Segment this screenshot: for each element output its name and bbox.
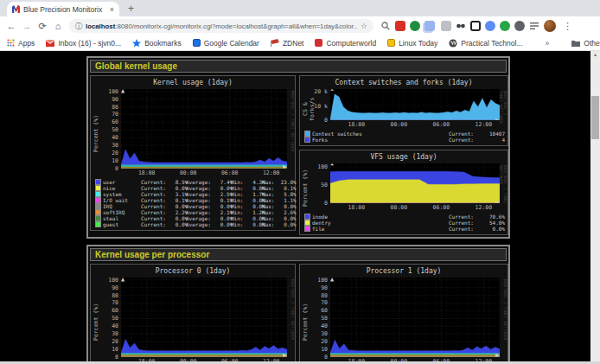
- y-axis-ticks: 100500: [310, 163, 330, 203]
- green-circle-extension-icon[interactable]: [500, 21, 510, 31]
- y-axis-arrow: [121, 89, 124, 93]
- processor-0-chart[interactable]: Percent (%)100908070605040302010018:0000…: [91, 276, 295, 364]
- bookmark-linux-today[interactable]: Linux Today: [387, 39, 437, 48]
- profile-avatar[interactable]: [544, 20, 556, 32]
- legend-swatch: [96, 222, 100, 227]
- bookmark-apps[interactable]: Apps: [7, 39, 35, 48]
- bookmark-label: Practical Technol...: [461, 39, 522, 48]
- x-tick-label: 18:00: [348, 204, 366, 211]
- reload-icon[interactable]: ⟳: [35, 21, 49, 32]
- y-axis-arrow: [330, 163, 334, 165]
- legend-value: Max: 0.1%: [262, 185, 297, 191]
- tab-close-icon[interactable]: ×: [110, 5, 114, 14]
- y-tick-label: 10: [321, 346, 328, 353]
- monitorix-favicon: [12, 5, 20, 13]
- y-axis-label: Percent (%): [302, 278, 310, 364]
- window-extension-icon[interactable]: [470, 21, 481, 31]
- rrdtool-watermark: RRDTOOL / TOBI OETIKER: [500, 163, 507, 212]
- bookmark-google-calendar[interactable]: Google Calendar: [193, 39, 259, 48]
- bookmark-star-icon[interactable]: ☆: [361, 22, 367, 30]
- legend-value: Current: 54.0%: [449, 220, 505, 226]
- legend-series-name: inode: [312, 214, 405, 220]
- glasses-extension-icon[interactable]: [456, 21, 466, 31]
- bookmark-computerworld[interactable]: Computerworld: [315, 39, 376, 48]
- apps-grid-icon: [7, 39, 15, 47]
- new-tab-button[interactable]: +: [128, 3, 134, 15]
- x-tick-label: 18:00: [348, 121, 366, 128]
- legend-value: Max: 5.8%: [262, 191, 297, 197]
- legend-value: Current: 0.0%: [141, 215, 186, 221]
- bookmark-label: Apps: [18, 39, 35, 48]
- gmail-extension-icon[interactable]: [395, 21, 405, 31]
- vfs-usage-chart[interactable]: Percent (%)10050018:0000:0006:0012:00RRD…: [300, 162, 507, 212]
- section-title: Kernel usage per processor: [90, 248, 507, 261]
- y-tick-label: 50: [112, 315, 118, 322]
- graph-title: Processor 1 (1day): [300, 265, 507, 276]
- page-scrollbar[interactable]: ▲: [590, 51, 600, 364]
- gmail-icon: [46, 40, 54, 47]
- y-tick-label: 10 k: [314, 102, 328, 109]
- search-extension-icon[interactable]: [380, 21, 391, 31]
- legend-value: Max: 1.1%: [262, 197, 297, 203]
- rrdtool-watermark: RRDTOOL / TOBI OETIKER: [500, 89, 507, 129]
- playlist-extension-icon[interactable]: [529, 21, 539, 31]
- blue-circle-extension-icon[interactable]: [485, 21, 495, 31]
- rrdtool-watermark: RRDTOOL / TOBI OETIKER: [287, 89, 295, 177]
- pin-extension-icon[interactable]: [514, 21, 525, 31]
- bookmark-bookmarks[interactable]: Bookmarks: [132, 39, 182, 48]
- legend-value: Min: 0.0%: [231, 185, 262, 191]
- y-tick-label: 40: [321, 322, 328, 329]
- legend-row: IRQCurrent: 0.0%Average: 0.0%Min: 0.0%Ma…: [96, 203, 292, 209]
- legend-value: Current: 0.0%: [141, 221, 186, 227]
- address-bar[interactable]: ⓘ localhost:8080/monitorix-cgi/monitorix…: [69, 19, 373, 33]
- url-path: :8080/monitorix-cgi/monitorix.cgi?mode=l…: [115, 22, 357, 30]
- gray-extension-icon[interactable]: [441, 21, 451, 31]
- y-tick-label: 80: [112, 291, 118, 298]
- processor-1-chart[interactable]: Percent (%)100908070605040302010018:0000…: [300, 276, 507, 364]
- bookmark-inbox[interactable]: Inbox (16) - sjvn0...: [46, 39, 121, 48]
- bookmarks-overflow-chevron[interactable]: »: [546, 39, 550, 48]
- bookmark-zdnet[interactable]: ZDNet: [271, 39, 304, 48]
- legend-series-name: I/O wait: [103, 197, 141, 203]
- forward-icon[interactable]: →: [20, 21, 34, 31]
- browser-tab[interactable]: Blue Precision Monitorix ×: [7, 2, 119, 16]
- graph-panel-processor-0: Processor 0 (1day) Percent (%)1009080706…: [90, 264, 296, 364]
- page-info-icon[interactable]: ⓘ: [75, 22, 82, 31]
- plot-area: [330, 278, 500, 357]
- bookmark-practical-technology[interactable]: Practical Technol...: [449, 39, 522, 48]
- green-extension-icon[interactable]: [410, 21, 420, 31]
- context-switches-legend: Context switchesCurrent: 10407ForksCurre…: [300, 129, 507, 145]
- y-tick-label: 90: [112, 284, 118, 291]
- legend-value: Average: 0.0%: [186, 185, 231, 191]
- context-switches-chart[interactable]: CS & forks/s20 k10 k018:0000:0006:0012:0…: [300, 87, 507, 129]
- chrome-menu-icon[interactable]: ⋮: [563, 21, 572, 32]
- y-tick-label: 50: [321, 182, 328, 188]
- plot-area: [330, 163, 500, 203]
- legend-row: systemCurrent: 3.1%Average: 2.5%Min: 1.7…: [96, 191, 292, 197]
- legend-series-name: dentry: [312, 220, 405, 226]
- legend-value: Current: 10407: [449, 131, 505, 137]
- plot-area: [330, 89, 500, 120]
- y-tick-label: 20: [112, 338, 118, 345]
- scrollbar-thumb[interactable]: [591, 96, 599, 139]
- scrollbar-up-arrow-icon[interactable]: ▲: [590, 51, 600, 59]
- legend-value: Current: 0.0%: [449, 226, 505, 232]
- wordpress-icon: [449, 39, 457, 48]
- home-icon[interactable]: ⌂: [51, 21, 65, 31]
- bookmark-label: Linux Today: [399, 39, 437, 48]
- x-tick-label: 00:00: [180, 169, 197, 176]
- other-bookmarks-button[interactable]: Other bookmarks: [571, 39, 600, 48]
- x-tick-label: 18:00: [138, 169, 156, 176]
- y-tick-label: 100: [317, 163, 328, 170]
- legend-value: Max: 0.0%: [262, 203, 297, 209]
- y-tick-label: 30: [321, 330, 328, 337]
- kernel-usage-chart[interactable]: Percent (%)100908070605040302010018:0000…: [91, 87, 295, 177]
- pages-extension-icon[interactable]: [424, 21, 435, 31]
- legend-value: Current: 0.0%: [141, 185, 186, 191]
- back-icon[interactable]: ←: [4, 21, 18, 31]
- graph-title: VFS usage (1day): [300, 150, 507, 162]
- legend-swatch: [96, 192, 100, 196]
- tab-title: Blue Precision Monitorix: [23, 5, 106, 14]
- plot-area: [121, 89, 287, 169]
- y-tick-label: 80: [112, 103, 118, 110]
